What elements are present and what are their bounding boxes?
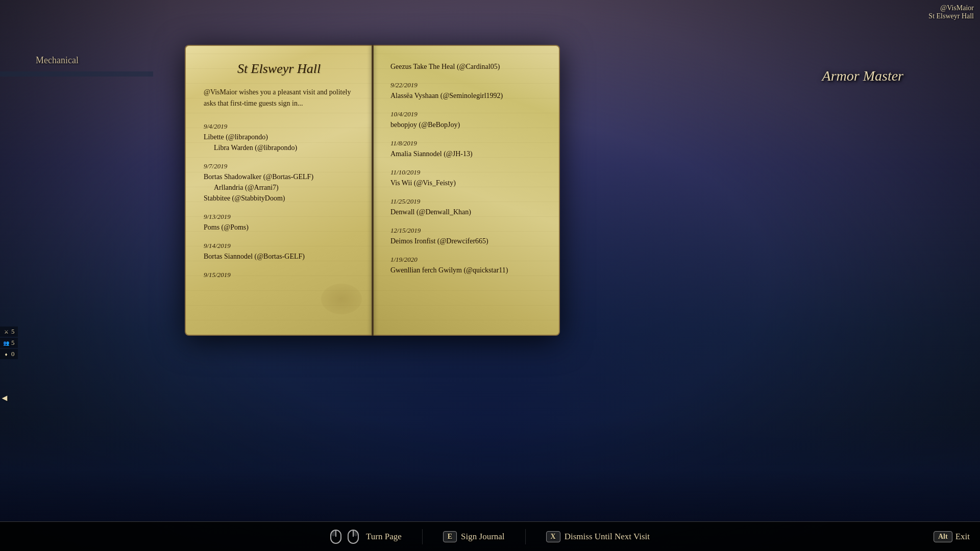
user-location: St Elsweyr Hall [928,12,974,20]
entry-1: 9/4/2019 Libette (@librapondo) Libra War… [204,122,354,153]
entry-2: 9/7/2019 Bortas Shadowalker (@Bortas-GEL… [204,162,354,204]
user-info: @VisMaior St Elsweyr Hall [928,4,974,20]
dismiss-label: Dismiss Until Next Visit [565,532,650,542]
entry-name-4-0: Bortas Siannodel (@Bortas-GELF) [204,251,354,262]
hud-item-sword: ⚔ 5 [0,327,18,337]
book-container: St Elsweyr Hall @VisMaior wishes you a p… [185,45,560,336]
hud-value-sword: 5 [11,328,15,336]
mouse-left-icon [330,530,341,544]
hud-panel: ⚔ 5 👥 5 ♦ 0 [0,327,18,359]
entry-name-2-0: Bortas Shadowalker (@Bortas-GELF) [204,171,354,182]
hud-item-group: 👥 5 [0,338,18,348]
floor [0,419,980,521]
mechanical-label: Mechanical [36,55,79,66]
hud-value-crown: 0 [11,350,15,358]
entry-name-2-1: Arllandria (@Arrani7) [204,182,354,193]
armor-master-label: Armor Master [822,68,903,84]
entry-date-3: 9/13/2019 [204,213,354,221]
right-date-8: 1/19/2020 [390,256,541,264]
turn-page-label: Turn Page [366,532,402,542]
right-entry-6: 11/25/2019 Denwall (@Denwall_Khan) [390,197,541,217]
right-name-1-0: Geezus Take The Heal (@Cardinal05) [390,61,541,72]
right-date-4: 11/8/2019 [390,139,541,147]
entry-date-5: 9/15/2019 [204,271,354,279]
book: St Elsweyr Hall @VisMaior wishes you a p… [185,45,560,336]
entry-name-2-2: Stabbitee (@StabbityDoom) [204,193,354,204]
book-page-right: Geezus Take The Heal (@Cardinal05) 9/22/… [372,45,560,336]
svg-rect-22 [354,531,358,536]
svg-rect-19 [331,531,335,536]
book-title: St Elsweyr Hall [204,61,354,77]
entry-name-1-0: Libette (@librapondo) [204,132,354,142]
right-name-4-0: Amalia Siannodel (@JH-13) [390,148,541,159]
entry-4: 9/14/2019 Bortas Siannodel (@Bortas-GELF… [204,242,354,262]
divider-1 [422,529,423,544]
hud-value-group: 5 [11,339,15,347]
entry-name-1-1: Libra Warden (@librapondo) [204,142,354,153]
exit-action[interactable]: Alt Exit [934,531,970,542]
toolbar: Turn Page E Sign Journal X Dismiss Until… [0,521,980,551]
right-name-8-0: Gwenllian ferch Gwilym (@quickstar11) [390,265,541,276]
right-name-5-0: Vis Wii (@Vis_Feisty) [390,178,541,188]
right-name-3-0: bebopjoy (@BeBopJoy) [390,119,541,130]
entry-date-1: 9/4/2019 [204,122,354,131]
right-name-6-0: Denwall (@Denwall_Khan) [390,207,541,217]
sign-journal-label: Sign Journal [461,532,504,542]
right-date-6: 11/25/2019 [390,197,541,206]
right-entry-2: 9/22/2019 Alassëa Vyshaan (@Seminolegirl… [390,81,541,101]
entry-date-2: 9/7/2019 [204,162,354,170]
hud-item-crown: ♦ 0 [0,349,18,359]
right-entry-7: 12/15/2019 Deimos Ironfist (@Drewcifer66… [390,227,541,246]
dismiss-key-badge: X [546,531,560,542]
entry-3: 9/13/2019 Poms (@Poms) [204,213,354,233]
arrow-indicator: ◄ [0,393,9,404]
right-entry-1: Geezus Take The Heal (@Cardinal05) [390,61,541,72]
book-page-left: St Elsweyr Hall @VisMaior wishes you a p… [185,45,372,336]
right-date-7: 12/15/2019 [390,227,541,235]
sign-journal-action[interactable]: E Sign Journal [443,531,505,542]
entry-name-3-0: Poms (@Poms) [204,222,354,233]
mouse-right-icon [348,530,359,544]
right-name-2-0: Alassëa Vyshaan (@Seminolegirl1992) [390,90,541,101]
sign-key-badge: E [443,531,457,542]
sword-icon: ⚔ [2,328,10,336]
entry-5: 9/15/2019 [204,271,354,279]
right-entry-3: 10/4/2019 bebopjoy (@BeBopJoy) [390,110,541,130]
divider-2 [525,529,526,544]
right-date-2: 9/22/2019 [390,81,541,89]
exit-key-badge: Alt [934,531,952,542]
right-date-3: 10/4/2019 [390,110,541,118]
exit-label: Exit [955,532,970,542]
right-entry-5: 11/10/2019 Vis Wii (@Vis_Feisty) [390,168,541,188]
right-entry-4: 11/8/2019 Amalia Siannodel (@JH-13) [390,139,541,159]
right-entry-8: 1/19/2020 Gwenllian ferch Gwilym (@quick… [390,256,541,276]
crown-icon: ♦ [2,350,10,358]
book-intro: @VisMaior wishes you a pleasant visit an… [204,87,354,110]
username: @VisMaior [928,4,974,12]
group-icon: 👥 [2,339,10,347]
entry-date-4: 9/14/2019 [204,242,354,250]
turn-page-action[interactable]: Turn Page [330,530,402,544]
right-date-5: 11/10/2019 [390,168,541,177]
right-name-7-0: Deimos Ironfist (@Drewcifer665) [390,236,541,246]
dismiss-action[interactable]: X Dismiss Until Next Visit [546,531,650,542]
